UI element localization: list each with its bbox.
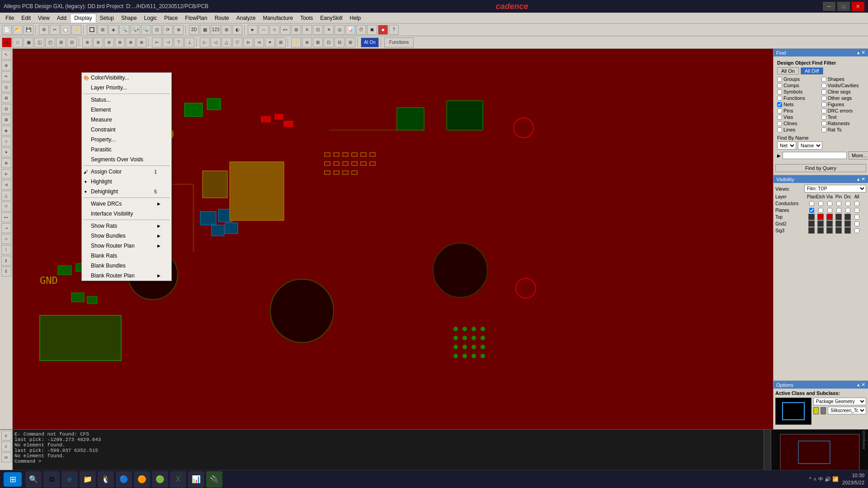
- lt-btn-5[interactable]: ⊞: [1, 93, 11, 103]
- menu-view[interactable]: View: [34, 14, 53, 22]
- dm-show-bundles[interactable]: Show Bundles: [82, 231, 171, 241]
- tb2-btn-15[interactable]: ⊣: [163, 38, 173, 47]
- tb-btn-11[interactable]: 🔍: [119, 25, 129, 35]
- vis-top-etch[interactable]: [816, 214, 825, 220]
- lt-btn-3[interactable]: ✏: [1, 71, 11, 81]
- vis-cond-drc[interactable]: [843, 200, 852, 206]
- find-all-diff-btn[interactable]: All Diff: [801, 67, 823, 75]
- taskbar-app-5[interactable]: 🟠: [134, 471, 150, 488]
- tb2-btn-16[interactable]: ⊤: [174, 38, 184, 47]
- taskbar-excel[interactable]: X: [170, 471, 186, 488]
- tb2-btn-7[interactable]: ⊟: [67, 38, 77, 47]
- dm-color-visibility[interactable]: 🎨 Color/Visibility...: [82, 73, 171, 83]
- dm-waive-drcs[interactable]: Waive DRCs: [82, 199, 171, 209]
- vis-top-pin[interactable]: [834, 214, 843, 220]
- tb-open[interactable]: 📂: [13, 25, 23, 35]
- vis-gnd2-all[interactable]: [852, 221, 861, 227]
- menu-tools[interactable]: Tools: [297, 14, 316, 22]
- canvas-area[interactable]: GND GND: [13, 49, 773, 429]
- minimize-button[interactable]: ─: [823, 2, 835, 11]
- tb2-btn-13[interactable]: ⊕: [137, 38, 146, 47]
- cb-ratsnests-input[interactable]: [821, 121, 826, 126]
- vis-sig3-all[interactable]: [852, 227, 861, 234]
- vis-planes-all[interactable]: [852, 207, 861, 213]
- tb2-btn-27[interactable]: ⊕: [302, 38, 312, 47]
- cb-lines-input[interactable]: [777, 127, 782, 132]
- cb-functions-input[interactable]: [777, 96, 782, 101]
- cb-shapes-input[interactable]: [821, 77, 826, 82]
- vis-gnd2-pin[interactable]: [834, 221, 843, 227]
- menu-setup[interactable]: Setup: [96, 14, 118, 22]
- lt-btn-9[interactable]: ⊹: [1, 136, 11, 146]
- dm-blank-rats[interactable]: Blank Rats: [82, 251, 171, 261]
- find-query-button[interactable]: Find by Query: [775, 164, 866, 172]
- tb2-btn-2[interactable]: □: [13, 38, 23, 47]
- vis-views-select[interactable]: Film: TOP: [804, 185, 866, 192]
- taskbar-app-6[interactable]: 🟢: [152, 471, 168, 488]
- lt-btn-20[interactable]: ⊻: [1, 256, 11, 266]
- tb-btn-4[interactable]: ⚙: [39, 25, 49, 35]
- taskbar-search[interactable]: 🔍: [25, 471, 42, 488]
- menu-logic[interactable]: Logic: [141, 14, 161, 22]
- cb-clines-input[interactable]: [777, 121, 782, 126]
- tb-btn-7[interactable]: ⚡: [71, 25, 81, 35]
- tb-btn-15[interactable]: ⟳: [163, 25, 173, 35]
- menu-shape[interactable]: Shape: [118, 14, 141, 22]
- cb-nets-input[interactable]: [777, 102, 782, 107]
- tb-btn-34[interactable]: ■: [378, 25, 388, 35]
- visibility-header[interactable]: Visibility ▴ ✕: [774, 175, 868, 183]
- vis-gnd2-etch[interactable]: [816, 221, 825, 227]
- tb2-btn-30[interactable]: ⊟: [335, 38, 344, 47]
- tb-btn-27[interactable]: ✕: [302, 25, 312, 35]
- dm-show-router-plan[interactable]: Show Router Plan: [82, 241, 171, 251]
- cb-figures-input[interactable]: [821, 102, 826, 107]
- lt-btn-13[interactable]: ⊲: [1, 180, 11, 190]
- taskbar-pcb-app[interactable]: 🔌: [206, 471, 222, 488]
- menu-manufacture[interactable]: Manufacture: [259, 14, 297, 22]
- tb2-functions[interactable]: Functions: [384, 38, 414, 47]
- tb2-btn-4[interactable]: ◫: [34, 38, 44, 47]
- lt-btn-12[interactable]: ⊳: [1, 169, 11, 179]
- lt-btn-8[interactable]: ◈: [1, 126, 11, 136]
- find-more-button[interactable]: More...: [849, 151, 868, 160]
- vis-gnd2-via[interactable]: [825, 221, 834, 227]
- dm-blank-router-plan[interactable]: Blank Router Plan: [82, 271, 171, 281]
- tb2-btn-31[interactable]: ⊞: [345, 38, 355, 47]
- tb2-btn-28[interactable]: ⊠: [313, 38, 323, 47]
- vis-sig3-plan[interactable]: [807, 227, 816, 234]
- find-panel-header[interactable]: Find ▴ ✕: [774, 49, 868, 56]
- vis-cond-plan[interactable]: [807, 200, 816, 206]
- menu-display[interactable]: Display: [70, 14, 96, 23]
- tb2-btn-6[interactable]: ⊞: [56, 38, 66, 47]
- tb2-btn-23[interactable]: ⊲: [254, 38, 264, 47]
- dm-layer-priority[interactable]: Layer Priority...: [82, 83, 171, 93]
- vis-planes-plan[interactable]: [807, 207, 816, 213]
- opts-subclass-select[interactable]: Silkscreen_Top: [828, 407, 866, 414]
- taskbar-edge[interactable]: e: [61, 471, 78, 488]
- console-text[interactable]: E- Command not found: CF5 last pick: -12…: [13, 430, 764, 474]
- opts-class-select[interactable]: Package Geometry: [813, 398, 866, 405]
- tb-btn-29[interactable]: ☀: [324, 25, 334, 35]
- menu-route[interactable]: Route: [211, 14, 233, 22]
- lt-btn-16[interactable]: ⊷: [1, 212, 11, 222]
- menu-eanyskill[interactable]: EanySkill: [316, 14, 346, 22]
- taskbar-explorer[interactable]: 📁: [80, 471, 96, 488]
- console-scrollbar[interactable]: [764, 430, 771, 474]
- cb-symbols-input[interactable]: [777, 89, 782, 94]
- tb2-btn-21[interactable]: ▽: [232, 38, 242, 47]
- dm-dehighlight[interactable]: ✦ Dehighlight 5: [82, 187, 171, 197]
- tb-help[interactable]: ?: [389, 25, 399, 35]
- lt-btn-18[interactable]: ⊹: [1, 234, 11, 244]
- tb2-btn-3[interactable]: ▣: [24, 38, 33, 47]
- tb2-btn-18[interactable]: ▷: [200, 38, 210, 47]
- taskbar-app-4[interactable]: 🔵: [116, 471, 132, 488]
- tb-btn-24[interactable]: ⊹: [269, 25, 279, 35]
- dm-measure[interactable]: Measure: [82, 115, 171, 125]
- tb-btn-28[interactable]: ⊡: [313, 25, 323, 35]
- vis-top-plan[interactable]: [807, 214, 816, 220]
- tb2-btn-24[interactable]: ✦: [265, 38, 275, 47]
- cl-btn-3[interactable]: W: [1, 452, 11, 462]
- tb-save[interactable]: 💾: [24, 25, 33, 35]
- tb2-btn-29[interactable]: ⊡: [324, 38, 334, 47]
- dm-assign-color[interactable]: 🖌 Assign Color 1: [82, 167, 171, 177]
